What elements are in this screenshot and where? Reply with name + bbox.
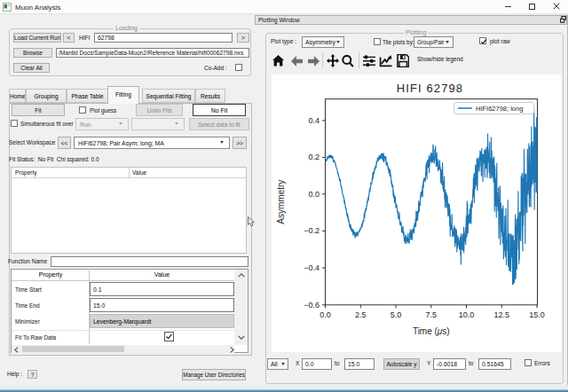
svg-text:7.5: 7.5 bbox=[426, 310, 438, 319]
svg-text:Asymmetry: Asymmetry bbox=[276, 180, 286, 224]
svg-text:12.5: 12.5 bbox=[494, 310, 510, 319]
svg-text:Time (μs): Time (μs) bbox=[413, 326, 450, 336]
svg-text:2.5: 2.5 bbox=[355, 310, 367, 319]
svg-text:10.0: 10.0 bbox=[459, 310, 475, 319]
svg-text:−0.6: −0.6 bbox=[304, 301, 320, 310]
svg-text:5.0: 5.0 bbox=[390, 310, 402, 319]
svg-text:0.0: 0.0 bbox=[308, 190, 320, 199]
svg-text:0.4: 0.4 bbox=[308, 116, 320, 125]
svg-text:0.2: 0.2 bbox=[308, 153, 320, 161]
svg-text:HIFI 62798: HIFI 62798 bbox=[397, 82, 463, 95]
svg-text:−0.4: −0.4 bbox=[304, 263, 320, 272]
svg-text:15.0: 15.0 bbox=[529, 310, 545, 319]
svg-text:HIFI62798; long: HIFI62798; long bbox=[476, 105, 523, 113]
svg-text:−0.2: −0.2 bbox=[304, 226, 320, 235]
svg-text:0.0: 0.0 bbox=[320, 310, 331, 319]
